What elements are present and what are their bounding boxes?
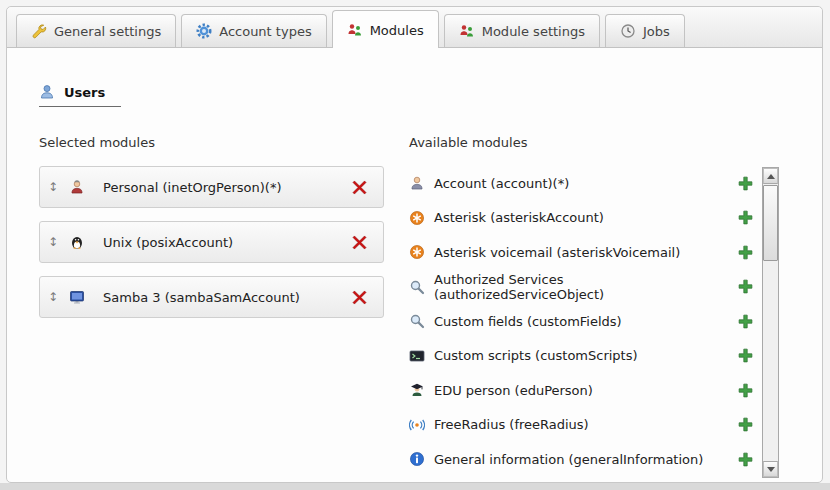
section-title: Users [64, 85, 105, 100]
arrow-down-icon [767, 467, 775, 472]
add-module-button[interactable] [737, 417, 753, 433]
module-name: Authorized Services (authorizedServiceOb… [434, 272, 737, 302]
selected-module-unix[interactable]: ↕ Unix (posixAccount) [39, 221, 384, 263]
module-name: FreeRadius (freeRadius) [434, 417, 589, 432]
tab-general-settings[interactable]: General settings [16, 14, 176, 47]
selected-modules-column: Selected modules ↕ Personal (inetOrgPers… [39, 135, 409, 478]
delete-x-icon [352, 235, 367, 250]
tab-jobs[interactable]: Jobs [605, 14, 685, 47]
module-columns: Selected modules ↕ Personal (inetOrgPers… [39, 135, 822, 478]
add-plus-icon [738, 383, 753, 398]
add-plus-icon [738, 417, 753, 432]
module-name: Custom scripts (customScripts) [434, 348, 638, 363]
graduate-icon [409, 382, 425, 398]
clock-icon [620, 23, 636, 39]
tab-modules[interactable]: Modules [332, 10, 439, 48]
module-name: Asterisk (asteriskAccount) [434, 210, 604, 225]
available-modules-label: Available modules [409, 135, 822, 150]
available-module-account: Account (account)(*) [409, 166, 754, 201]
add-module-button[interactable] [737, 244, 753, 260]
scrollbar-thumb[interactable] [763, 185, 778, 261]
remove-module-button[interactable] [351, 179, 367, 195]
available-module-general-information: General information (generalInformation) [409, 442, 754, 477]
module-name: General information (generalInformation) [434, 452, 703, 467]
add-module-button[interactable] [737, 382, 753, 398]
add-module-button[interactable] [737, 210, 753, 226]
user-icon [39, 84, 55, 100]
add-module-button[interactable] [737, 451, 753, 467]
terminal-icon [409, 348, 425, 364]
add-module-button[interactable] [737, 348, 753, 364]
wrench-icon [31, 23, 47, 39]
module-name: Custom fields (customFields) [434, 314, 622, 329]
gear-badge-icon [196, 23, 212, 39]
modules-panel: Users Selected modules ↕ Personal (inetO… [7, 48, 822, 478]
available-modules-scrollbar[interactable] [762, 167, 779, 478]
magnifier-icon [409, 279, 425, 295]
add-plus-icon [738, 314, 753, 329]
scrollbar-down-button[interactable] [763, 461, 778, 477]
asterisk-module-icon [409, 210, 425, 226]
tab-label: Modules [370, 23, 424, 38]
scrollbar-up-button[interactable] [763, 168, 778, 184]
users-section-heading: Users [39, 84, 121, 107]
personal-module-icon [69, 179, 85, 195]
tab-label: Jobs [643, 24, 670, 39]
available-module-asterisk-voicemail: Asterisk voicemail (asteriskVoicemail) [409, 235, 754, 270]
available-module-asterisk: Asterisk (asteriskAccount) [409, 201, 754, 236]
tab-bar: General settings Account types Modules M… [7, 7, 822, 48]
available-module-custom-scripts: Custom scripts (customScripts) [409, 339, 754, 374]
module-name: Account (account)(*) [434, 176, 569, 191]
module-name: Personal (inetOrgPerson)(*) [103, 180, 281, 195]
add-module-button[interactable] [737, 175, 753, 191]
drag-handle-icon[interactable]: ↕ [48, 235, 58, 249]
module-name: Asterisk voicemail (asteriskVoicemail) [434, 245, 680, 260]
module-name: Samba 3 (sambaSamAccount) [103, 290, 300, 305]
module-settings-icon [459, 23, 475, 39]
module-name: EDU person (eduPerson) [434, 383, 593, 398]
wireless-signal-icon [409, 417, 425, 433]
samba-module-icon [69, 289, 85, 305]
selected-modules-label: Selected modules [39, 135, 409, 150]
info-icon [409, 451, 425, 467]
page-bottom-strip [0, 483, 830, 490]
tab-account-types[interactable]: Account types [181, 14, 326, 47]
add-plus-icon [738, 176, 753, 191]
available-module-freeradius: FreeRadius (freeRadius) [409, 408, 754, 443]
modules-icon [347, 22, 363, 38]
add-plus-icon [738, 279, 753, 294]
available-module-authorized-services: Authorized Services (authorizedServiceOb… [409, 270, 754, 305]
add-module-button[interactable] [737, 279, 753, 295]
available-module-edu-person: EDU person (eduPerson) [409, 373, 754, 408]
tab-label: Account types [219, 24, 311, 39]
available-modules-list: Account (account)(*) Asterisk [409, 166, 754, 477]
magnifier-icon [409, 313, 425, 329]
drag-handle-icon[interactable]: ↕ [48, 290, 58, 304]
delete-x-icon [352, 290, 367, 305]
available-modules-listwrap: Account (account)(*) Asterisk [409, 166, 822, 478]
tab-label: Module settings [482, 24, 585, 39]
remove-module-button[interactable] [351, 289, 367, 305]
add-plus-icon [738, 452, 753, 467]
add-module-button[interactable] [737, 313, 753, 329]
tabs-widget: General settings Account types Modules M… [6, 6, 823, 483]
remove-module-button[interactable] [351, 234, 367, 250]
selected-module-samba[interactable]: ↕ Samba 3 (sambaSamAccount) [39, 276, 384, 318]
available-module-custom-fields: Custom fields (customFields) [409, 304, 754, 339]
add-plus-icon [738, 245, 753, 260]
arrow-up-icon [767, 174, 775, 179]
module-name: Unix (posixAccount) [103, 235, 233, 250]
available-modules-column: Available modules Account (account)(*) [409, 135, 822, 478]
add-plus-icon [738, 348, 753, 363]
asterisk-voicemail-icon [409, 244, 425, 260]
add-plus-icon [738, 210, 753, 225]
unix-tux-icon [69, 234, 85, 250]
drag-handle-icon[interactable]: ↕ [48, 180, 58, 194]
tab-module-settings[interactable]: Module settings [444, 14, 600, 47]
delete-x-icon [352, 180, 367, 195]
account-module-icon [409, 175, 425, 191]
scrollbar-track[interactable] [763, 184, 778, 461]
tab-label: General settings [54, 24, 161, 39]
selected-module-personal[interactable]: ↕ Personal (inetOrgPerson)(*) [39, 166, 384, 208]
